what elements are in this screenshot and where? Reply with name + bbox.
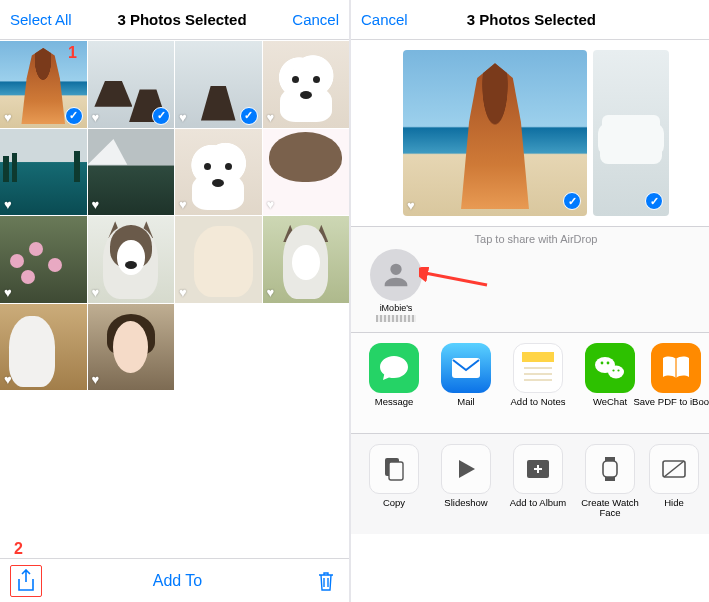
selected-check-icon: ✓ (152, 107, 170, 125)
photo-thumb[interactable]: ♥✓ (175, 41, 262, 128)
photo-grid: ♥✓ ♥✓ ♥✓ ♥ ♥ ♥ ♥ ♥ ♥ ♥ ♥ ♥ ♥ ♥ (0, 40, 349, 390)
selected-check-icon: ✓ (645, 192, 663, 210)
photo-thumb[interactable]: ♥ (263, 129, 350, 216)
svg-point-8 (601, 361, 604, 364)
heart-icon: ♥ (4, 372, 12, 387)
heart-icon: ♥ (267, 285, 275, 300)
right-cancel-button[interactable]: Cancel (361, 11, 408, 28)
wechat-icon (594, 354, 626, 382)
right-title: 3 Photos Selected (467, 11, 596, 28)
airdrop-contact[interactable]: iMobie's (363, 249, 429, 322)
photo-thumb[interactable]: ♥ (88, 304, 175, 391)
heart-icon: ♥ (4, 285, 12, 300)
heart-icon: ♥ (179, 197, 187, 212)
app-label: WeChat (593, 397, 627, 419)
preview-strip[interactable]: ♥ ✓ ✓ (351, 40, 709, 226)
svg-rect-2 (522, 352, 554, 362)
svg-rect-1 (452, 358, 480, 378)
heart-icon: ♥ (92, 110, 100, 125)
svg-point-11 (617, 369, 619, 371)
heart-icon: ♥ (4, 110, 12, 125)
contact-name-label: iMobie's (380, 304, 413, 314)
left-cancel-button[interactable]: Cancel (292, 11, 339, 28)
selected-check-icon: ✓ (65, 107, 83, 125)
contact-name-blurred (376, 315, 416, 322)
share-apps-row[interactable]: Message Mail Add to Notes WeChat (351, 333, 709, 434)
left-title: 3 Photos Selected (117, 11, 246, 28)
photo-thumb[interactable]: ♥ (0, 304, 87, 391)
share-app-notes[interactable]: Add to Notes (507, 343, 569, 419)
action-label: Copy (383, 498, 405, 520)
action-slideshow[interactable]: Slideshow (435, 444, 497, 520)
annotation-two: 2 (14, 540, 23, 558)
book-icon (661, 355, 691, 381)
svg-line-0 (425, 273, 487, 285)
svg-point-10 (612, 369, 614, 371)
trash-icon (316, 570, 336, 592)
left-toolbar: Add To (0, 558, 349, 602)
message-icon (379, 354, 409, 382)
preview-thumb[interactable]: ✓ (593, 50, 669, 216)
action-hide[interactable]: Hide (651, 444, 697, 520)
svg-rect-18 (603, 461, 617, 477)
photo-thumb[interactable]: ♥ (0, 216, 87, 303)
album-plus-icon (525, 458, 551, 480)
person-icon (379, 258, 413, 292)
photo-thumb[interactable]: ♥ (263, 216, 350, 303)
annotation-one: 1 (68, 44, 77, 62)
svg-line-20 (664, 461, 684, 477)
left-header: Select All 3 Photos Selected Cancel (0, 0, 349, 40)
action-label: Slideshow (444, 498, 487, 520)
photo-thumb[interactable]: ♥ (175, 129, 262, 216)
watch-icon (600, 456, 620, 482)
heart-icon: ♥ (407, 198, 415, 213)
share-app-wechat[interactable]: WeChat (579, 343, 641, 419)
photo-thumb[interactable]: ♥✓ (88, 41, 175, 128)
share-app-message[interactable]: Message (363, 343, 425, 419)
photo-thumb[interactable]: ♥ (0, 129, 87, 216)
add-to-button[interactable]: Add To (153, 572, 203, 590)
annotation-arrow (419, 267, 489, 295)
share-app-mail[interactable]: Mail (435, 343, 497, 419)
share-button[interactable] (13, 568, 39, 594)
airdrop-section: Tap to share with AirDrop iMobie's (351, 226, 709, 333)
share-icon (16, 569, 36, 593)
action-label: Create Watch Face (579, 498, 641, 520)
heart-icon: ♥ (92, 197, 100, 212)
action-label: Hide (664, 498, 684, 520)
notes-icon (518, 348, 558, 388)
hide-icon (661, 459, 687, 479)
heart-icon: ♥ (267, 110, 275, 125)
mail-icon (451, 357, 481, 379)
heart-icon: ♥ (92, 372, 100, 387)
photo-thumb[interactable]: ♥ (263, 41, 350, 128)
svg-point-7 (608, 365, 624, 378)
action-copy[interactable]: Copy (363, 444, 425, 520)
heart-icon: ♥ (92, 285, 100, 300)
preview-thumb[interactable]: ♥ ✓ (403, 50, 587, 216)
airdrop-caption: Tap to share with AirDrop (363, 233, 709, 245)
share-app-ibooks[interactable]: Save PDF to iBooks (651, 343, 701, 419)
select-all-button[interactable]: Select All (10, 11, 72, 28)
app-label: Mail (457, 397, 474, 419)
delete-button[interactable] (313, 568, 339, 594)
heart-icon: ♥ (267, 197, 275, 212)
photo-thumb[interactable]: ♥ (88, 216, 175, 303)
heart-icon: ♥ (179, 110, 187, 125)
action-create-watch-face[interactable]: Create Watch Face (579, 444, 641, 520)
selected-check-icon: ✓ (563, 192, 581, 210)
app-label: Add to Notes (511, 397, 566, 419)
heart-icon: ♥ (179, 285, 187, 300)
heart-icon: ♥ (4, 197, 12, 212)
selected-check-icon: ✓ (240, 107, 258, 125)
action-add-to-album[interactable]: Add to Album (507, 444, 569, 520)
play-icon (455, 458, 477, 480)
photo-thumb[interactable]: ♥ (88, 129, 175, 216)
copy-icon (381, 456, 407, 482)
app-label: Save PDF to iBooks (634, 397, 710, 419)
avatar (370, 249, 422, 301)
photo-thumb[interactable]: ♥ (175, 216, 262, 303)
svg-rect-14 (389, 462, 403, 480)
action-label: Add to Album (510, 498, 567, 520)
share-actions-row[interactable]: Copy Slideshow Add to Album Create Watch… (351, 434, 709, 534)
